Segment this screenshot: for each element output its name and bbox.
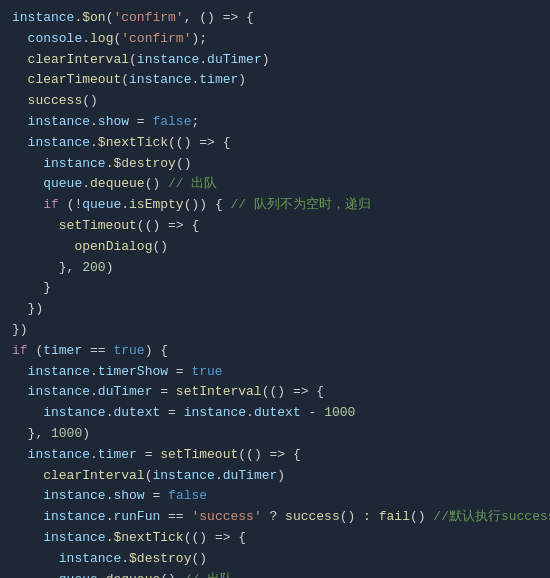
code-token: dequeue [106,570,161,578]
code-token: timerShow [98,362,168,383]
code-token: . [90,445,98,466]
code-token: . [106,403,114,424]
code-line: }) [0,320,550,341]
code-token: . [90,382,98,403]
code-token: 200 [82,258,105,279]
code-token: // 出队 [168,174,217,195]
code-token: queue [43,174,82,195]
code-token: setTimeout [59,216,137,237]
code-token: instance [43,528,105,549]
code-token: ( [28,341,44,362]
code-token: () [176,154,192,175]
code-token: == [160,507,191,528]
code-token: }) [12,320,28,341]
code-token: $nextTick [98,133,168,154]
code-token: ( [113,29,121,50]
code-token: //默认执行success方法 [433,507,550,528]
code-token: . [121,195,129,216]
code-line: instance.timerShow = true [0,362,550,383]
code-token: ( [121,70,129,91]
code-token: isEmpty [129,195,184,216]
code-token: ) [238,70,246,91]
code-token: false [152,112,191,133]
code-token: instance [184,403,246,424]
code-token: true [113,341,144,362]
code-token: instance [43,486,105,507]
code-token: ) [277,466,285,487]
code-line: instance.runFun == 'success' ? success()… [0,507,550,528]
code-token: instance [43,507,105,528]
code-token: . [90,133,98,154]
code-token: duTimer [98,382,153,403]
code-token: instance [28,133,90,154]
code-token: // 出队 [184,570,233,578]
code-token: = [145,486,168,507]
code-token: setInterval [176,382,262,403]
code-token: queue [59,570,98,578]
code-token: . [246,403,254,424]
code-line: queue.dequeue() // 出队 [0,570,550,578]
code-token: (() => { [168,133,230,154]
code-line: setTimeout(() => { [0,216,550,237]
code-token: instance [137,50,199,71]
code-token: . [82,174,90,195]
code-token: . [74,8,82,29]
code-line: openDialog() [0,237,550,258]
code-token: . [215,466,223,487]
code-token: . [106,528,114,549]
code-token: == [82,341,113,362]
code-token: () [410,507,433,528]
code-line: }) [0,299,550,320]
code-token: if [12,341,28,362]
code-line: clearInterval(instance.duTimer) [0,466,550,487]
code-token: ( [106,8,114,29]
code-token: instance [12,8,74,29]
code-token: ); [191,29,207,50]
code-token: () [160,570,183,578]
code-line: instance.dutext = instance.dutext - 1000 [0,403,550,424]
code-token: ( [145,466,153,487]
code-token: () [82,91,98,112]
code-token: = [152,382,175,403]
code-line: if (!queue.isEmpty()) { // 队列不为空时，递归 [0,195,550,216]
code-token: ) [82,424,90,445]
code-line: instance.$destroy() [0,154,550,175]
code-line: instance.$nextTick(() => { [0,528,550,549]
code-token: runFun [113,507,160,528]
code-token: ()) { [184,195,231,216]
code-token: } [43,278,51,299]
code-line: clearInterval(instance.duTimer) [0,50,550,71]
code-token: $destroy [113,154,175,175]
code-token: dequeue [90,174,145,195]
code-token: dutext [113,403,160,424]
code-token: instance [28,382,90,403]
code-token: instance [28,362,90,383]
code-token: . [90,362,98,383]
code-token: show [113,486,144,507]
code-token: instance [28,112,90,133]
code-token: . [82,29,90,50]
code-token: 'confirm' [121,29,191,50]
code-token: duTimer [207,50,262,71]
code-editor: instance.$on('confirm', () => { console.… [0,0,550,578]
code-line: } [0,278,550,299]
code-token: clearTimeout [28,70,122,91]
code-token: (! [59,195,82,216]
code-token: . [90,112,98,133]
code-token: . [106,507,114,528]
code-token: instance [129,70,191,91]
code-token: }, [28,424,51,445]
code-token: () [145,174,168,195]
code-token: ) { [145,341,168,362]
code-line: instance.duTimer = setInterval(() => { [0,382,550,403]
code-token: () [191,549,207,570]
code-line: instance.$destroy() [0,549,550,570]
code-line: if (timer == true) { [0,341,550,362]
code-token: (() => { [238,445,300,466]
code-token: instance [152,466,214,487]
code-token: 1000 [324,403,355,424]
code-token: ; [191,112,199,133]
code-token: = [160,403,183,424]
code-token: timer [98,445,137,466]
code-token: . [98,570,106,578]
